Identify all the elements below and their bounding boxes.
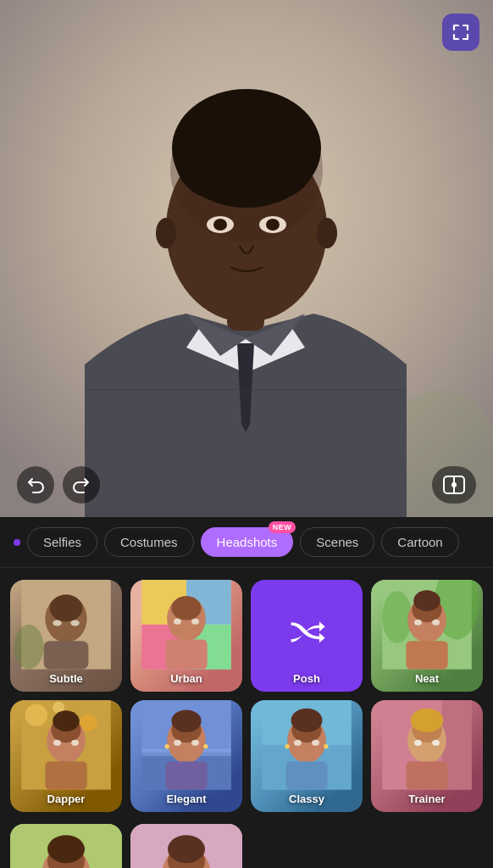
main-photo-area [0, 0, 493, 517]
fullscreen-button[interactable] [442, 14, 479, 51]
style-row3 [0, 824, 493, 868]
style-row3-item2[interactable] [130, 824, 242, 868]
style-trainer[interactable]: Trainer [371, 700, 483, 812]
svg-point-77 [411, 709, 444, 732]
style-label-urban: Urban [130, 672, 242, 685]
new-badge: NEW [269, 521, 296, 533]
tab-scenes[interactable]: Scenes [300, 527, 374, 557]
svg-point-21 [70, 620, 80, 626]
dapper-thumb-art [10, 700, 122, 790]
svg-point-32 [191, 619, 199, 625]
svg-point-38 [413, 590, 440, 611]
portrait-image [0, 0, 493, 517]
svg-point-50 [53, 740, 61, 746]
svg-point-57 [171, 709, 201, 732]
svg-point-89 [168, 835, 205, 863]
compare-icon [443, 476, 465, 494]
svg-point-67 [291, 709, 323, 732]
style-classy[interactable]: Classy [251, 700, 363, 812]
redo-button[interactable] [63, 466, 100, 504]
photo-background [0, 0, 493, 517]
style-elegant[interactable]: Elegant [130, 700, 242, 812]
style-label-neat: Neat [371, 672, 483, 685]
svg-rect-39 [406, 641, 447, 669]
svg-point-60 [191, 740, 199, 746]
svg-point-70 [312, 740, 319, 746]
svg-point-80 [432, 740, 440, 746]
svg-point-69 [294, 740, 302, 746]
svg-point-59 [174, 740, 181, 746]
svg-point-7 [233, 106, 318, 199]
row3-thumb1-art [10, 824, 122, 868]
row3-thumb2-art [130, 824, 242, 868]
svg-point-20 [53, 620, 62, 626]
undo-button[interactable] [17, 466, 54, 504]
neat-thumb-art [371, 580, 483, 670]
svg-point-51 [71, 740, 79, 746]
shuffle-icon [285, 609, 328, 651]
style-label-posh: Posh [251, 672, 363, 685]
svg-point-48 [53, 710, 80, 732]
style-label-subtle: Subtle [10, 672, 122, 685]
style-label-trainer: Trainer [371, 793, 483, 805]
redo-icon [72, 476, 91, 494]
tab-selfies[interactable]: Selfies [27, 527, 97, 557]
style-row3-item1[interactable] [10, 824, 122, 868]
svg-point-22 [14, 625, 43, 670]
svg-rect-19 [44, 641, 89, 669]
svg-point-62 [203, 744, 208, 748]
style-subtle[interactable]: Subtle [10, 580, 122, 692]
svg-rect-68 [285, 761, 327, 789]
style-grid: Subtle Urban [0, 568, 493, 824]
svg-rect-49 [45, 761, 86, 789]
fullscreen-icon [451, 23, 470, 42]
style-label-elegant: Elegant [130, 793, 242, 805]
photo-controls [0, 466, 493, 504]
svg-point-84 [47, 835, 85, 863]
svg-point-72 [324, 744, 328, 748]
svg-point-13 [317, 218, 337, 248]
style-urban[interactable]: Urban [130, 580, 242, 692]
svg-point-35 [382, 591, 412, 643]
style-neat[interactable]: Neat [371, 580, 483, 692]
trainer-thumb-art [371, 700, 483, 790]
svg-point-79 [414, 740, 422, 746]
tab-headshots[interactable]: Headshots NEW [201, 527, 294, 557]
svg-point-18 [50, 595, 83, 622]
style-posh[interactable]: Posh [251, 580, 363, 692]
elegant-thumb-art [130, 700, 242, 790]
svg-point-61 [164, 744, 169, 748]
svg-rect-30 [165, 639, 207, 669]
subtle-thumb-art [10, 580, 122, 670]
classy-thumb-art [251, 700, 363, 790]
svg-point-31 [174, 619, 181, 625]
svg-point-12 [156, 218, 176, 248]
svg-rect-58 [165, 761, 207, 789]
svg-point-40 [414, 620, 422, 626]
urban-thumb-art [130, 580, 242, 670]
svg-point-10 [213, 219, 227, 231]
svg-point-43 [25, 704, 47, 726]
tab-cartoon[interactable]: Cartoon [381, 527, 458, 557]
undo-icon [26, 476, 45, 494]
tab-costumes[interactable]: Costumes [104, 527, 194, 557]
svg-point-11 [266, 219, 280, 231]
svg-point-29 [171, 596, 201, 620]
style-label-dapper: Dapper [10, 793, 122, 805]
category-tab-bar: Selfies Costumes Headshots NEW Scenes Ca… [0, 517, 493, 568]
svg-point-41 [432, 620, 440, 626]
style-dapper[interactable]: Dapper [10, 700, 122, 812]
compare-toggle-button[interactable] [432, 466, 476, 504]
tab-dot-indicator [14, 539, 20, 546]
style-label-classy: Classy [251, 793, 363, 805]
svg-rect-78 [406, 761, 447, 789]
svg-point-15 [451, 482, 457, 487]
svg-point-71 [285, 744, 289, 748]
